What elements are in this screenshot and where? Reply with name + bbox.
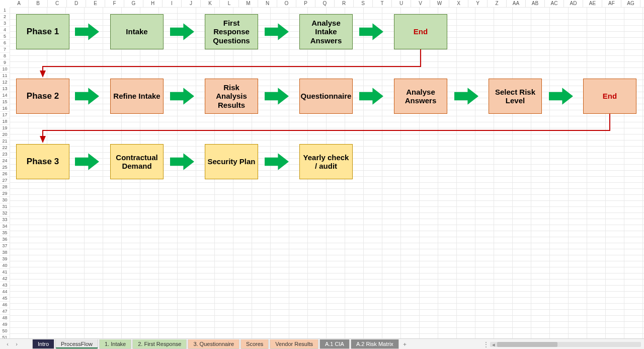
phase3-step-contractual[interactable]: Contractual Demand <box>110 144 164 179</box>
row-header[interactable]: 18 <box>0 118 10 125</box>
column-header[interactable]: W <box>430 0 449 7</box>
phase2-step-select-risk[interactable]: Select Risk Level <box>489 79 542 114</box>
phase1-end-box[interactable]: End <box>394 14 447 49</box>
sheet-tab-intro[interactable]: Intro <box>32 339 54 349</box>
row-header[interactable]: 41 <box>0 269 10 275</box>
row-header[interactable]: 48 <box>0 315 10 321</box>
row-header[interactable]: 14 <box>0 92 10 99</box>
row-header[interactable]: 10 <box>0 66 10 73</box>
sheet-tab-processflow[interactable]: ProcessFlow <box>55 339 98 349</box>
phase3-step-security-plan[interactable]: Security Plan <box>205 144 258 179</box>
row-header[interactable]: 25 <box>0 164 10 171</box>
sheet-tab-2-first-response[interactable]: 2. First Response <box>132 339 187 349</box>
column-header[interactable]: Z <box>488 0 507 7</box>
row-header[interactable]: 3 <box>0 20 10 27</box>
column-header[interactable]: B <box>29 0 48 7</box>
phase2-step-analyse-answers[interactable]: Analyse Answers <box>394 79 447 114</box>
row-header[interactable]: 8 <box>0 53 10 59</box>
row-header[interactable]: 2 <box>0 14 10 20</box>
phase3-title-box[interactable]: Phase 3 <box>16 144 69 179</box>
arrow-icon[interactable] <box>265 153 289 171</box>
row-header[interactable]: 45 <box>0 295 10 302</box>
tab-nav-next[interactable]: › <box>13 340 20 347</box>
sheet-tab-3-questionnaire[interactable]: 3. Questionnaire <box>188 339 239 349</box>
column-header[interactable]: AE <box>583 0 602 7</box>
row-header[interactable]: 37 <box>0 243 10 249</box>
row-header[interactable]: 27 <box>0 177 10 184</box>
row-header[interactable]: 1 <box>0 7 10 14</box>
row-header[interactable]: 21 <box>0 138 10 145</box>
phase1-step-intake[interactable]: Intake <box>110 14 164 49</box>
row-header[interactable]: 36 <box>0 236 10 243</box>
sheet-tab-1-intake[interactable]: 1. Intake <box>99 339 131 349</box>
row-header[interactable]: 6 <box>0 40 10 46</box>
column-header[interactable]: AC <box>545 0 564 7</box>
row-header[interactable]: 50 <box>0 328 10 334</box>
phase3-step-yearly-check[interactable]: Yearly check / audit <box>299 144 353 179</box>
add-sheet-button[interactable]: ＋ <box>400 340 410 348</box>
row-header[interactable]: 12 <box>0 79 10 86</box>
column-header[interactable]: O <box>277 0 296 7</box>
row-header[interactable]: 7 <box>0 46 10 53</box>
row-header[interactable]: 11 <box>0 73 10 79</box>
column-header[interactable]: C <box>48 0 67 7</box>
row-header[interactable]: 28 <box>0 184 10 190</box>
row-header[interactable]: 26 <box>0 171 10 177</box>
row-header[interactable]: 20 <box>0 131 10 138</box>
arrow-icon[interactable] <box>75 153 99 171</box>
phase2-end-box[interactable]: End <box>583 79 636 114</box>
arrow-icon[interactable] <box>170 87 194 105</box>
row-header[interactable]: 19 <box>0 125 10 131</box>
select-all-corner[interactable] <box>0 0 10 8</box>
column-header[interactable]: R <box>335 0 354 7</box>
phase2-step-risk-results[interactable]: Risk Analysis Results <box>205 79 258 114</box>
column-header[interactable]: AD <box>564 0 583 7</box>
arrow-icon[interactable] <box>170 153 194 171</box>
arrow-icon[interactable] <box>170 23 194 41</box>
horizontal-scrollbar[interactable]: ⋮ ◂ <box>490 342 641 347</box>
column-header[interactable]: Y <box>468 0 488 7</box>
column-header[interactable]: G <box>124 0 143 7</box>
row-header[interactable]: 32 <box>0 210 10 217</box>
row-header[interactable]: 46 <box>0 302 10 308</box>
row-header[interactable]: 47 <box>0 308 10 315</box>
column-header[interactable]: L <box>220 0 239 7</box>
arrow-icon[interactable] <box>265 23 289 41</box>
row-header[interactable]: 16 <box>0 105 10 112</box>
scroll-left-icon[interactable]: ◂ <box>492 341 495 348</box>
column-header[interactable]: AB <box>526 0 545 7</box>
arrow-icon[interactable] <box>265 87 289 105</box>
sheet-tab-vendor-results[interactable]: Vendor Results <box>270 339 318 349</box>
row-header[interactable]: 23 <box>0 151 10 158</box>
row-header[interactable]: 33 <box>0 217 10 223</box>
arrow-icon[interactable] <box>359 23 383 41</box>
column-header[interactable]: K <box>201 0 220 7</box>
column-header[interactable]: I <box>163 0 182 7</box>
arrow-icon[interactable] <box>549 87 573 105</box>
column-header[interactable]: AA <box>507 0 526 7</box>
sheet-tab-a-2-risk-matrix[interactable]: A.2 Risk Matrix <box>351 339 399 349</box>
row-header[interactable]: 44 <box>0 289 10 295</box>
arrow-icon[interactable] <box>75 23 99 41</box>
column-header[interactable]: Q <box>315 0 335 7</box>
row-header[interactable]: 4 <box>0 27 10 33</box>
phase2-title-box[interactable]: Phase 2 <box>16 79 69 114</box>
row-header[interactable]: 49 <box>0 321 10 328</box>
arrow-icon[interactable] <box>454 87 478 105</box>
column-header[interactable]: T <box>373 0 392 7</box>
column-header[interactable]: X <box>449 0 468 7</box>
column-header[interactable]: E <box>86 0 105 7</box>
row-header[interactable]: 17 <box>0 112 10 118</box>
column-header[interactable]: AG <box>621 0 640 7</box>
row-header[interactable]: 5 <box>0 33 10 40</box>
phase1-step-first-response[interactable]: First Response Questions <box>205 14 258 49</box>
row-header[interactable]: 13 <box>0 86 10 92</box>
row-header[interactable]: 42 <box>0 275 10 282</box>
row-header[interactable]: 24 <box>0 158 10 164</box>
column-header[interactable]: F <box>105 0 124 7</box>
row-header[interactable]: 9 <box>0 59 10 66</box>
phase1-step-analyse[interactable]: Analyse Intake Answers <box>299 14 353 49</box>
column-header[interactable]: A <box>10 0 29 7</box>
row-header[interactable]: 39 <box>0 256 10 262</box>
row-header[interactable]: 31 <box>0 203 10 210</box>
